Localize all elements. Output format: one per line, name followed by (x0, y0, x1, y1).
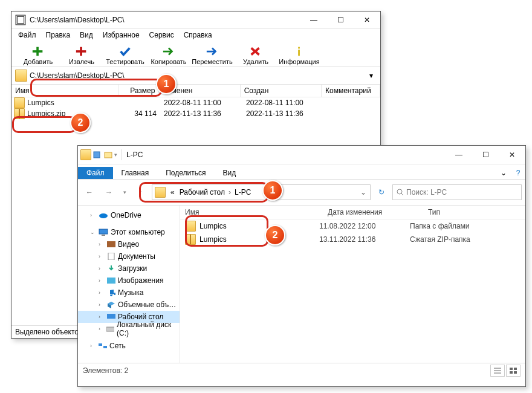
picture-icon (107, 277, 115, 284)
breadcrumb-item[interactable]: L-PC (232, 188, 253, 197)
explorer-address-bar[interactable]: « Рабочий стол › L-PC ⌄ (152, 184, 371, 200)
tree-item-disk-c[interactable]: ›Локальный диск (C:) (78, 323, 180, 335)
svg-rect-22 (99, 343, 102, 346)
view-details-button[interactable] (490, 365, 505, 377)
address-dropdown-icon[interactable]: ⌄ (359, 188, 368, 197)
explorer-statusbar: Элементов: 2 (78, 363, 525, 378)
tree-item-3d[interactable]: ›Объемные объ… (78, 299, 180, 311)
col-date[interactable]: Дата изменения (323, 208, 423, 216)
sevenzip-toolbar: Добавить Извлечь Тестировать Копировать … (11, 41, 380, 67)
close-button[interactable]: ✕ (354, 11, 380, 28)
zip-icon (14, 108, 25, 119)
ribbon-tab-file[interactable]: Файл (78, 167, 113, 179)
tree-item-downloads[interactable]: ›Загрузки (78, 262, 180, 274)
svg-rect-13 (99, 229, 108, 234)
svg-rect-8 (94, 152, 100, 158)
close-button[interactable]: ✕ (499, 146, 525, 163)
view-icons-button[interactable] (506, 365, 521, 377)
explorer-nav-tree[interactable]: ›OneDrive ⌄Этот компьютер ›Видео ›Докуме… (78, 206, 180, 363)
tree-item-video[interactable]: ›Видео (78, 238, 180, 250)
folder-icon (15, 70, 27, 82)
breadcrumb-item[interactable]: Рабочий стол (177, 188, 227, 197)
col-size[interactable]: Размер (118, 85, 159, 97)
minimize-button[interactable]: — (300, 11, 327, 28)
qat-dropdown-icon[interactable]: ▾ (114, 152, 117, 158)
sevenzip-column-headers: Имя Размер Изменен Создан Комментарий (11, 85, 380, 97)
svg-rect-7 (298, 50, 300, 56)
svg-point-12 (99, 213, 108, 218)
col-modified[interactable]: Изменен (159, 85, 240, 97)
col-type[interactable]: Тип (423, 208, 525, 216)
explorer-column-headers: Имя Дата изменения Тип (180, 206, 525, 219)
nav-back-button[interactable]: ← (82, 184, 97, 200)
maximize-button[interactable]: ☐ (327, 11, 354, 28)
cloud-icon (99, 212, 108, 219)
sevenzip-titlebar[interactable]: C:\Users\slam\Desktop\L-PC\ — ☐ ✕ (11, 11, 380, 29)
doc-icon (107, 253, 115, 260)
help-icon[interactable]: ? (511, 167, 525, 179)
menu-tools[interactable]: Сервис (145, 30, 178, 40)
toolbar-move[interactable]: Переместить (190, 45, 234, 67)
list-item[interactable]: Lumpics.zip 34 114 2022-11-13 11:36 2022… (11, 108, 380, 119)
tree-item-pictures[interactable]: ›Изображения (78, 274, 180, 287)
col-created[interactable]: Создан (241, 85, 322, 97)
toolbar-extract[interactable]: Извлечь (60, 45, 103, 67)
nav-forward-button[interactable]: → (101, 184, 117, 200)
col-comment[interactable]: Комментарий (322, 85, 380, 97)
tree-item-thispc[interactable]: ⌄Этот компьютер (78, 226, 180, 238)
svg-point-10 (397, 189, 402, 194)
explorer-title: L-PC (126, 151, 446, 159)
col-name[interactable]: Имя (180, 208, 323, 216)
svg-rect-30 (514, 371, 517, 374)
search-icon (397, 189, 404, 196)
explorer-ribbon-tabs: Файл Главная Поделиться Вид ⌄ ? (78, 164, 525, 180)
col-name[interactable]: Имя (11, 85, 118, 97)
tree-item-music[interactable]: ›Музыка (78, 287, 180, 299)
toolbar-delete[interactable]: Удалить (234, 45, 277, 67)
toolbar-add[interactable]: Добавить (16, 45, 60, 67)
ribbon-expand-icon[interactable]: ⌄ (496, 167, 511, 179)
menu-help[interactable]: Справка (180, 30, 216, 40)
svg-rect-21 (106, 327, 114, 331)
minimize-button[interactable]: — (446, 146, 472, 163)
svg-line-11 (401, 193, 403, 195)
sevenzip-address-bar[interactable]: C:\Users\slam\Desktop\L-PC\ ▾ (11, 67, 380, 85)
svg-rect-28 (514, 368, 517, 370)
toolbar-test[interactable]: Тестировать (103, 45, 147, 67)
menu-view[interactable]: Вид (76, 30, 97, 40)
svg-rect-15 (107, 241, 115, 247)
explorer-app-icon (80, 149, 91, 160)
explorer-titlebar[interactable]: ▾ L-PC — ☐ ✕ (78, 146, 525, 164)
toolbar-info[interactable]: Информация (277, 45, 321, 67)
tree-item-onedrive[interactable]: ›OneDrive (78, 209, 180, 221)
svg-rect-20 (107, 314, 115, 319)
ribbon-tab-home[interactable]: Главная (113, 167, 158, 179)
tree-item-documents[interactable]: ›Документы (78, 250, 180, 262)
disk-icon (106, 325, 114, 333)
search-input[interactable]: Поиск: L-PC (392, 184, 522, 200)
menu-edit[interactable]: Правка (42, 30, 75, 40)
tree-item-network[interactable]: ›Сеть (78, 340, 180, 352)
list-item[interactable]: Lumpics 2022-08-11 11:00 2022-08-11 11:0… (11, 97, 380, 108)
desktop-icon (107, 313, 115, 320)
nav-up-button[interactable]: ↑ (132, 184, 148, 200)
refresh-button[interactable]: ↻ (374, 185, 389, 200)
menu-file[interactable]: Файл (14, 30, 41, 40)
qat-properties-icon[interactable] (92, 150, 102, 160)
toolbar-copy[interactable]: Копировать (147, 45, 190, 67)
svg-rect-29 (510, 371, 513, 374)
list-item[interactable]: Lumpics 11.08.2022 12:00 Папка с файлами (180, 219, 525, 233)
ribbon-tab-share[interactable]: Поделиться (157, 167, 214, 179)
qat-newfolder-icon[interactable] (103, 150, 113, 160)
list-item[interactable]: Lumpics 13.11.2022 11:36 Сжатая ZIP-папк… (180, 233, 525, 246)
menu-favorites[interactable]: Избранное (99, 30, 144, 40)
maximize-button[interactable]: ☐ (472, 146, 499, 163)
svg-rect-9 (105, 152, 112, 158)
ribbon-tab-view[interactable]: Вид (214, 167, 244, 179)
address-dropdown-icon[interactable]: ▾ (366, 71, 377, 80)
nav-recent-dropdown[interactable]: ▾ (120, 184, 129, 200)
sevenzip-path[interactable]: C:\Users\slam\Desktop\L-PC\ (30, 71, 366, 80)
chevron-right-icon[interactable]: › (227, 188, 232, 197)
video-icon (107, 241, 115, 248)
explorer-address-row: ← → ▾ ↑ « Рабочий стол › L-PC ⌄ ↻ Поиск:… (78, 180, 525, 206)
